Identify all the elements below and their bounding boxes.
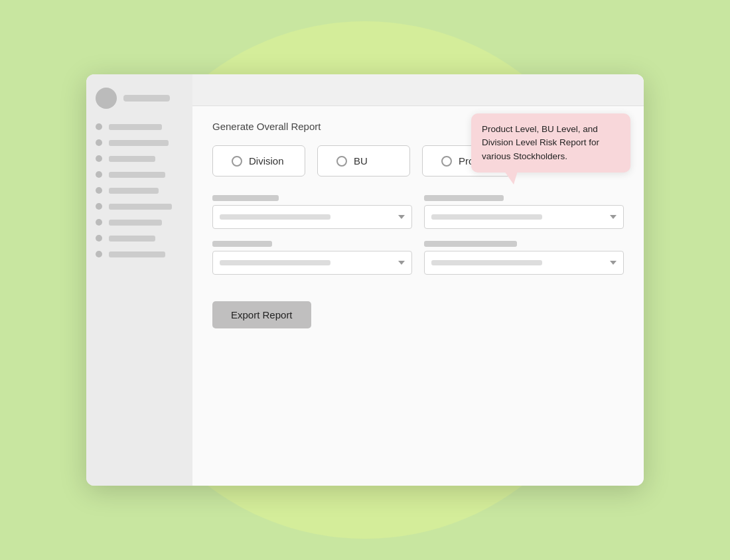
radio-bu[interactable]: BU [317, 145, 410, 176]
avatar-name-line [123, 95, 170, 102]
radio-label-bu: BU [354, 155, 368, 167]
chevron-down-icon [610, 261, 617, 265]
tooltip-bubble: Product Level, BU Level, and Division Le… [471, 113, 630, 173]
sidebar-item-label [109, 172, 165, 178]
field-label-bar [424, 241, 517, 247]
sidebar-item-label [109, 140, 169, 146]
top-bar [192, 74, 644, 106]
sidebar-dot-icon [96, 187, 102, 194]
field-label-bar [212, 241, 272, 247]
tooltip-text: Product Level, BU Level, and Division Le… [482, 124, 599, 161]
sidebar-item[interactable] [96, 219, 183, 226]
tooltip-container: Product Level, BU Level, and Division Le… [471, 113, 630, 173]
sidebar-item[interactable] [96, 251, 183, 257]
sidebar-profile [96, 88, 183, 109]
select-1[interactable] [212, 205, 412, 229]
form-field-3 [212, 241, 412, 275]
select-placeholder [431, 214, 542, 220]
form-row-2 [212, 241, 624, 275]
form-field-2 [424, 195, 624, 229]
radio-group-wrapper: Product Level, BU Level, and Division Le… [212, 145, 624, 176]
form-field-1 [212, 195, 412, 229]
form-row-1 [212, 195, 624, 229]
sidebar-dot-icon [96, 139, 102, 146]
sidebar-item[interactable] [96, 203, 183, 210]
sidebar-dot-icon [96, 123, 102, 130]
sidebar-dot-icon [96, 219, 102, 226]
sidebar-item-label [109, 220, 162, 226]
field-label-bar [212, 195, 279, 201]
tooltip-tail-icon [504, 171, 518, 184]
radio-circle-division [232, 156, 242, 167]
sidebar-item[interactable] [96, 123, 183, 130]
sidebar-item[interactable] [96, 235, 183, 242]
main-content: Generate Overall Report Product Level, B… [192, 74, 644, 486]
radio-circle-product [441, 156, 452, 167]
radio-division[interactable]: Division [212, 145, 305, 176]
sidebar-dot-icon [96, 155, 102, 162]
radio-label-division: Division [249, 155, 284, 167]
form-field-4 [424, 241, 624, 275]
sidebar-item[interactable] [96, 139, 183, 146]
content-area: Generate Overall Report Product Level, B… [192, 106, 644, 486]
sidebar-item-label [109, 236, 155, 242]
chevron-down-icon [398, 261, 405, 265]
sidebar-item[interactable] [96, 155, 183, 162]
sidebar-item-label [109, 188, 159, 194]
sidebar-item-label [109, 156, 155, 162]
select-3[interactable] [212, 251, 412, 275]
export-report-button[interactable]: Export Report [212, 301, 311, 328]
select-placeholder [431, 260, 542, 265]
radio-circle-bu [336, 156, 347, 167]
app-window: Generate Overall Report Product Level, B… [86, 74, 644, 486]
select-4[interactable] [424, 251, 624, 275]
select-placeholder [220, 214, 330, 220]
sidebar-item-label [109, 251, 165, 257]
sidebar-dot-icon [96, 235, 102, 242]
field-label-bar [424, 195, 504, 201]
sidebar-item-label [109, 124, 162, 130]
sidebar-dot-icon [96, 203, 102, 210]
sidebar [86, 74, 192, 486]
sidebar-dot-icon [96, 171, 102, 178]
sidebar-item[interactable] [96, 171, 183, 178]
sidebar-dot-icon [96, 251, 102, 257]
select-2[interactable] [424, 205, 624, 229]
sidebar-item[interactable] [96, 187, 183, 194]
chevron-down-icon [610, 215, 617, 219]
select-placeholder [220, 260, 330, 265]
avatar [96, 88, 117, 109]
chevron-down-icon [398, 215, 405, 219]
sidebar-item-label [109, 204, 172, 210]
